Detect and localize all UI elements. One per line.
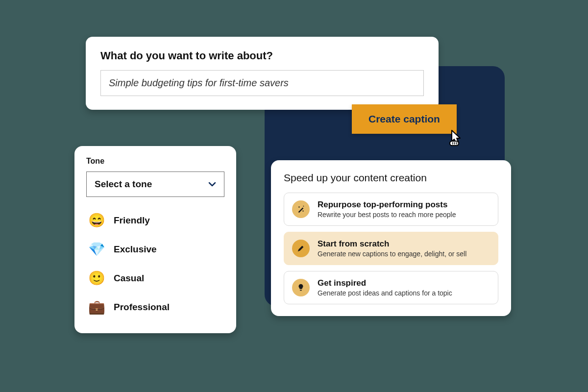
tone-card: Tone Select a tone 😄 Friendly 💎 Exclusiv… [74, 146, 236, 333]
svg-point-5 [302, 210, 303, 211]
action-desc: Generate new captions to engage, delight… [318, 250, 490, 258]
prompt-title: What do you want to write about? [100, 49, 424, 62]
gem-emoji-icon: 💎 [88, 241, 105, 257]
speed-up-card: Speed up your content creation Repurpose… [271, 160, 511, 316]
tone-option-professional[interactable]: 💼 Professional [86, 293, 224, 321]
tone-label: Tone [86, 157, 224, 166]
tone-option-label: Professional [114, 302, 170, 313]
action-get-inspired[interactable]: Get inspired Generate post ideas and cap… [284, 271, 498, 304]
tone-option-label: Casual [114, 273, 144, 284]
action-desc: Rewrite your best posts to reach more pe… [318, 211, 490, 219]
briefcase-emoji-icon: 💼 [88, 299, 105, 315]
tone-option-exclusive[interactable]: 💎 Exclusive [86, 235, 224, 264]
lightbulb-icon [292, 279, 310, 296]
topic-input[interactable] [100, 70, 424, 96]
action-title: Get inspired [318, 278, 490, 288]
svg-point-4 [298, 206, 299, 207]
tone-option-friendly[interactable]: 😄 Friendly [86, 206, 224, 235]
speed-up-title: Speed up your content creation [284, 172, 498, 184]
tone-option-label: Exclusive [114, 244, 157, 255]
action-desc: Generate post ideas and captions for a t… [318, 289, 490, 297]
tone-option-casual[interactable]: 🙂 Casual [86, 264, 224, 293]
smile-emoji-icon: 😄 [88, 212, 105, 228]
action-repurpose[interactable]: Repurpose top-performing posts Rewrite y… [284, 193, 498, 226]
action-title: Repurpose top-performing posts [318, 200, 490, 210]
prompt-card: What do you want to write about? [86, 37, 439, 110]
tone-select-placeholder: Select a tone [95, 179, 152, 190]
pencil-icon [292, 240, 310, 257]
slight-smile-emoji-icon: 🙂 [88, 270, 105, 286]
tone-option-label: Friendly [114, 215, 150, 226]
action-start-from-scratch[interactable]: Start from scratch Generate new captions… [284, 232, 498, 265]
action-title: Start from scratch [318, 239, 490, 249]
chevron-down-icon [208, 180, 216, 188]
create-caption-button[interactable]: Create caption [352, 104, 457, 134]
sparkle-wand-icon [292, 200, 310, 218]
svg-point-6 [303, 206, 304, 207]
tone-select[interactable]: Select a tone [86, 172, 224, 197]
